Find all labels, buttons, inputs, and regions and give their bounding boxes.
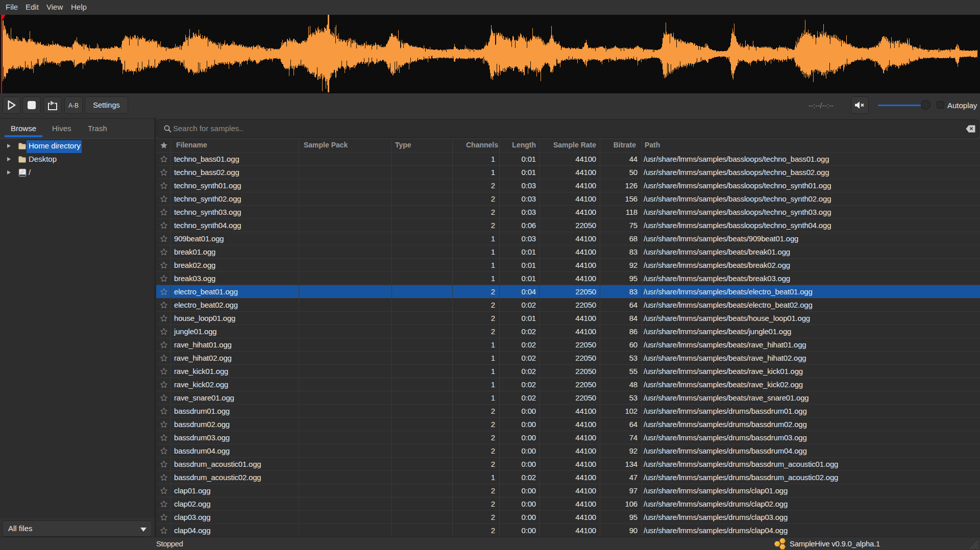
svg-text:A-B: A-B <box>68 102 79 109</box>
